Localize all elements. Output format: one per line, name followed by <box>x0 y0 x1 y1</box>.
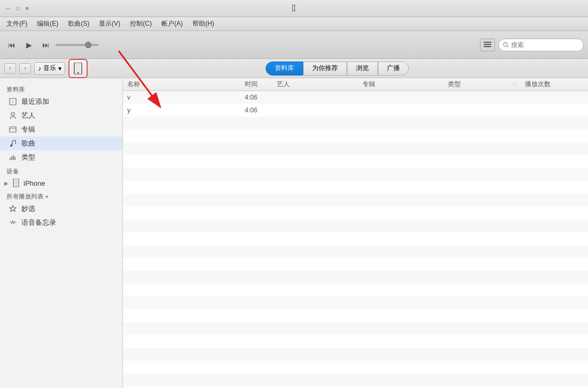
sidebar-item-genres[interactable]: 类型 <box>0 150 122 164</box>
fast-forward-button[interactable]: ⏭ <box>38 37 53 52</box>
table-row[interactable] <box>123 284 588 296</box>
table-row[interactable] <box>123 142 588 155</box>
expand-arrow-icon: ▶ <box>4 180 9 186</box>
svg-rect-2 <box>484 46 491 47</box>
table-row[interactable] <box>123 117 588 130</box>
table-row[interactable] <box>123 168 588 181</box>
albums-label: 专辑 <box>21 125 35 134</box>
svg-rect-1 <box>484 44 491 45</box>
table-row[interactable] <box>123 361 588 374</box>
tab-browse[interactable]: 浏览 <box>347 62 378 75</box>
col-header-artist[interactable]: 艺人 <box>277 80 362 89</box>
svg-line-27 <box>13 220 14 224</box>
artists-label: 艺人 <box>21 111 35 120</box>
table-header: 名称 ▾ 时间 艺人 专辑 类型 ♡ 播放次数 <box>123 78 588 91</box>
genres-label: 类型 <box>21 153 35 162</box>
col-header-type[interactable]: 类型 <box>448 80 512 89</box>
svg-point-3 <box>504 42 507 46</box>
sidebar-item-artists[interactable]: 艺人 <box>0 109 122 123</box>
col-header-plays[interactable]: 播放次数 <box>525 80 568 89</box>
svg-line-28 <box>14 222 15 224</box>
menu-help[interactable]: 帮助(H) <box>188 18 219 29</box>
table-row[interactable] <box>123 130 588 142</box>
maximize-button[interactable]: □ <box>14 5 21 12</box>
table-body: v 4:06 y 4:06 <box>123 91 588 388</box>
svg-line-29 <box>15 222 16 223</box>
cell-time: 4:06 <box>245 94 277 101</box>
songs-label: 歌曲 <box>21 139 35 148</box>
content-area: 名称 ▾ 时间 艺人 专辑 类型 ♡ 播放次数 v 4:06 y 4:06 <box>123 78 588 388</box>
category-selector[interactable]: ♪ 音乐 ▾ <box>34 62 65 75</box>
table-row[interactable] <box>123 271 588 284</box>
col-header-name[interactable]: 名称 ▾ <box>127 80 245 89</box>
menu-view[interactable]: 显示(V) <box>95 18 125 29</box>
list-view-button[interactable] <box>480 39 495 51</box>
music-note-icon: ♪ <box>38 65 41 72</box>
sidebar-item-genius[interactable]: 妙选 <box>0 202 122 216</box>
close-button[interactable]: ✕ <box>24 5 31 12</box>
tab-radio[interactable]: 广播 <box>378 62 409 75</box>
rewind-button[interactable]: ⏮ <box>4 37 19 52</box>
svg-point-10 <box>11 112 14 116</box>
toolbar: ⏮ ▶ ⏭ <box>0 31 588 59</box>
table-row[interactable] <box>123 219 588 232</box>
tab-library[interactable]: 资料库 <box>266 62 303 75</box>
table-row[interactable] <box>123 207 588 219</box>
col-header-heart[interactable]: ♡ <box>512 81 525 88</box>
menu-file[interactable]: 文件(F) <box>2 18 32 29</box>
devices-section-label: 设备 <box>0 164 122 177</box>
col-header-album[interactable]: 专辑 <box>362 80 448 89</box>
progress-thumb[interactable] <box>85 42 91 48</box>
svg-rect-0 <box>484 42 491 43</box>
svg-line-26 <box>12 220 13 224</box>
toolbar-right <box>480 39 584 51</box>
sidebar-item-songs[interactable]: 歌曲 <box>0 136 122 150</box>
playlists-section[interactable]: 所有播放列表 ▾ <box>0 189 122 202</box>
main-area: 资料库 + 最近添加 艺人 专辑 歌曲 <box>0 78 588 388</box>
sidebar-item-albums[interactable]: 专辑 <box>0 123 122 136</box>
svg-line-15 <box>12 140 16 141</box>
play-button[interactable]: ▶ <box>21 37 36 52</box>
genres-icon <box>9 153 17 162</box>
voice-memos-icon <box>9 218 17 227</box>
table-row[interactable] <box>123 155 588 168</box>
list-icon <box>484 42 491 48</box>
table-row[interactable] <box>123 194 588 207</box>
table-row[interactable] <box>123 245 588 258</box>
table-row[interactable]: v 4:06 <box>123 91 588 104</box>
apple-logo-icon:  <box>292 3 296 13</box>
col-header-time[interactable]: 时间 <box>245 80 277 89</box>
back-button[interactable]: ‹ <box>4 63 16 74</box>
table-row[interactable] <box>123 374 588 386</box>
playlists-section-label: 所有播放列表 <box>6 193 43 201</box>
progress-bar[interactable] <box>56 44 98 46</box>
tab-recommended[interactable]: 为你推荐 <box>303 62 347 75</box>
sidebar-item-iphone[interactable]: ▶ iPhone <box>0 177 122 189</box>
sidebar-item-voice-memos[interactable]: 语音备忘录 <box>0 216 122 230</box>
svg-point-23 <box>16 186 17 187</box>
menu-bar: 文件(F) 编辑(E) 歌曲(S) 显示(V) 控制(C) 帐户(A) 帮助(H… <box>0 17 588 31</box>
minimize-button[interactable]: ─ <box>4 5 12 12</box>
table-row[interactable] <box>123 181 588 194</box>
table-row[interactable] <box>123 232 588 245</box>
table-row[interactable] <box>123 322 588 335</box>
table-row[interactable] <box>123 309 588 322</box>
cell-name: v <box>127 94 245 101</box>
table-row[interactable]: y 4:06 <box>123 104 588 117</box>
menu-edit[interactable]: 编辑(E) <box>33 18 63 29</box>
menu-control[interactable]: 控制(C) <box>126 18 156 29</box>
menu-account[interactable]: 帐户(A) <box>157 18 187 29</box>
sidebar: 资料库 + 最近添加 艺人 专辑 歌曲 <box>0 78 123 388</box>
artists-icon <box>9 111 17 120</box>
table-row[interactable] <box>123 335 588 348</box>
table-row[interactable] <box>123 258 588 271</box>
cell-name: y <box>127 106 245 114</box>
iphone-icon <box>12 179 20 187</box>
search-input[interactable] <box>511 41 579 49</box>
table-row[interactable] <box>123 296 588 309</box>
device-button[interactable] <box>68 59 88 78</box>
sidebar-item-recently-added[interactable]: + 最近添加 <box>0 95 122 109</box>
menu-song[interactable]: 歌曲(S) <box>64 18 94 29</box>
table-row[interactable] <box>123 348 588 361</box>
forward-button[interactable]: › <box>19 63 31 74</box>
